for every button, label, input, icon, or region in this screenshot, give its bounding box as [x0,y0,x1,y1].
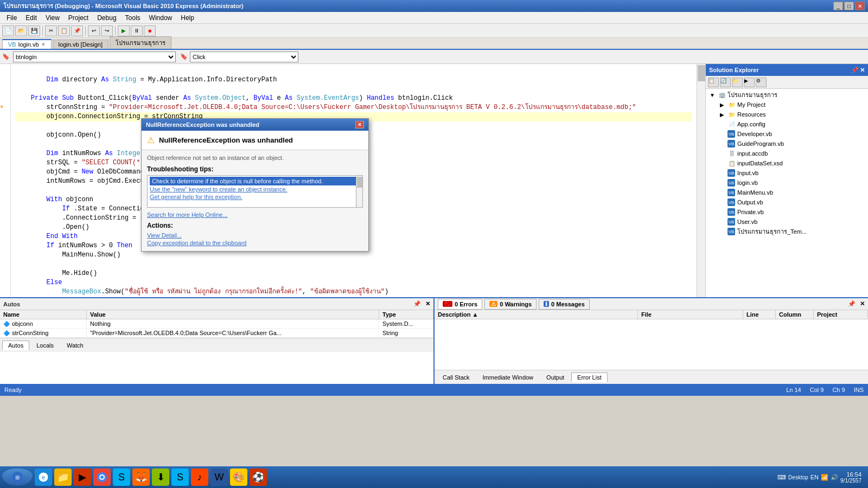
tree-item-output[interactable]: VB Output.vb [706,197,868,207]
se-btn-3[interactable]: 📁 [732,78,743,87]
skype-icon[interactable]: S [113,468,130,486]
ie-icon[interactable]: e [35,468,52,486]
firefox-icon[interactable]: 🦊 [132,468,150,486]
tree-item-inputaccdb[interactable]: 🗄 input.accdb [706,149,868,158]
menu-file[interactable]: File [2,13,21,23]
tab-login-vb-close[interactable]: ✕ [41,42,46,47]
tab-login-vb[interactable]: VB login.vb ✕ [2,39,52,49]
music-icon[interactable]: ♪ [191,468,208,486]
tree-item-myproject[interactable]: ▶ 📁 My Project [706,100,868,110]
menu-edit[interactable]: Edit [21,13,41,23]
error-pin-icon[interactable]: 📌 [848,300,856,307]
toolbar-redo[interactable]: ↪ [101,25,113,36]
tree-item-resources[interactable]: ▶ 📁 Resources [706,110,868,119]
tab-errors[interactable]: 🚫 0 Errors [438,299,482,310]
object-dropdown[interactable]: btnlogin [13,52,176,62]
media-icon[interactable]: ▶ [74,468,91,486]
myproject-expand-icon: ▶ [718,100,726,109]
dialog-close-button[interactable]: ✕ [355,121,364,129]
folder-taskbar-icon[interactable]: 📁 [54,468,72,486]
editor-scrollbar[interactable] [697,64,705,297]
troubleshoot-scrollbar[interactable] [356,176,362,207]
tab-call-stack[interactable]: Call Stack [437,373,476,382]
tree-item-template[interactable]: VB โปรแกรมานธุรการ_Tem... [706,227,868,236]
menu-debug[interactable]: Debug [93,13,120,23]
toolbar-stop[interactable]: ■ [144,25,156,36]
tab-autos[interactable]: Autos [2,341,29,350]
tree-login-vb-label: login.vb [737,179,758,186]
event-dropdown[interactable]: Click [190,52,298,62]
word-icon[interactable]: W [210,468,228,486]
taskbar-right: ⌨ Desktop EN 📶 🔊 16:54 9/1/2557 [777,471,866,484]
error-close-icon[interactable]: ✕ [860,300,865,307]
lang-indicator[interactable]: EN [810,474,819,480]
se-btn-5[interactable]: ⚙ [756,78,767,87]
tab-project[interactable]: โปรแกรมานธุรการ [110,36,171,49]
tab-immediate[interactable]: Immediate Window [477,373,540,382]
tree-item-input-vb[interactable]: VB Input.vb [706,168,868,178]
tree-item-mainmenu[interactable]: VB MainMenu.vb [706,188,868,197]
tab-messages[interactable]: ℹ 0 Messages [539,299,590,310]
tip-2[interactable]: Use the "new" keyword to create an objec… [150,185,360,193]
tree-item-project[interactable]: ▼ 🏢 โปรแกรมานธุรการ [706,90,868,100]
tree-item-guideprogram[interactable]: VB GuideProgram.vb [706,139,868,149]
close-button[interactable]: ✕ [855,2,865,10]
se-btn-4[interactable]: ▶ [744,78,755,87]
maximize-button[interactable]: □ [844,2,854,10]
torrent-icon[interactable]: ⬇ [152,468,169,486]
desktop-label[interactable]: Desktop [788,474,808,480]
tree-input-accdb-label: input.accdb [737,150,768,157]
dialog-title-btns[interactable]: ✕ [355,121,364,129]
project-expand-icon[interactable]: ▼ [708,91,717,99]
tree-item-inputdataset[interactable]: 📋 inputDataSet.xsd [706,158,868,168]
se-btn-1[interactable]: 📋 [708,78,719,87]
solution-explorer-header: Solution Explorer 📌 ✕ [706,64,868,76]
toolbar-new[interactable]: 📄 [2,25,14,36]
toolbar-save[interactable]: 💾 [28,25,40,36]
ball-icon[interactable]: ⚽ [250,468,267,486]
chrome-icon[interactable] [93,468,111,486]
menu-help[interactable]: Help [176,13,199,23]
view-detail-link[interactable]: View Detail... [147,232,363,239]
toolbar-undo[interactable]: ↩ [88,25,100,36]
menu-window[interactable]: Window [145,13,177,23]
tree-item-developer[interactable]: VB Developer.vb [706,129,868,139]
toolbar-pause[interactable]: ⏸ [131,25,143,36]
tip-1[interactable]: Check to determine if the object is null… [150,177,360,185]
paint-icon[interactable]: 🎨 [230,468,247,486]
row1-value: Nothing [87,319,379,328]
minimize-button[interactable]: _ [833,2,843,10]
toolbar-paste[interactable]: 📌 [71,25,83,36]
copy-exception-link[interactable]: Copy exception detail to the clipboard [147,239,363,247]
se-header-btns[interactable]: 📌 ✕ [851,67,865,74]
tab-locals[interactable]: Locals [30,341,60,350]
se-btn-2[interactable]: 🔄 [720,78,731,87]
speaker-icon[interactable]: 🔊 [831,474,838,481]
tab-error-list[interactable]: Error List [571,373,608,382]
window-controls[interactable]: _ □ ✕ [833,2,865,10]
tab-output[interactable]: Output [540,373,570,382]
toolbar-copy[interactable]: 📋 [58,25,70,36]
tab-login-design[interactable]: login.vb [Design] [53,40,108,49]
toolbar-run[interactable]: ▶ [118,25,130,36]
tree-item-user[interactable]: VB User.vb [706,217,868,227]
tree-item-appconfig[interactable]: 📄 App.config [706,119,868,129]
tab-watch[interactable]: Watch [61,341,90,350]
skype2-icon[interactable]: S [171,468,189,486]
menu-view[interactable]: View [41,13,64,23]
search-help-link[interactable]: Search for more Help Online... [147,211,363,219]
se-close-btn[interactable]: ✕ [860,67,865,74]
tab-warnings[interactable]: ⚠ 0 Warnings [484,299,537,310]
menu-project[interactable]: Project [64,13,93,23]
autos-close-icon[interactable]: ✕ [425,300,430,307]
tree-item-private[interactable]: VB Private.vb [706,207,868,217]
keyboard-icon[interactable]: ⌨ [777,474,786,481]
tip-3[interactable]: Get general help for this exception. [150,193,360,201]
tree-item-login-vb[interactable]: VB login.vb [706,178,868,188]
se-pin-btn[interactable]: 📌 [851,67,859,74]
menu-tools[interactable]: Tools [121,13,145,23]
toolbar-cut[interactable]: ✂ [45,25,57,36]
autos-pin-icon[interactable]: 📌 [413,300,421,307]
toolbar-open[interactable]: 📂 [15,25,27,36]
start-button[interactable]: ⊞ [2,468,33,486]
